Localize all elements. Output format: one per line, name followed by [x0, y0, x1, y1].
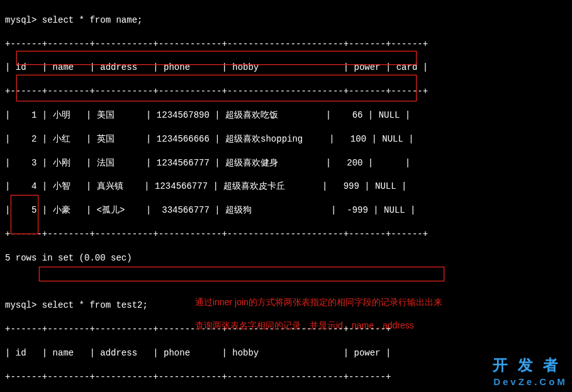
table1-row-2: | 2 | 小红 | 英国 | 1234566666 | 超级喜欢shoppin… [5, 133, 567, 145]
table2-header: | id | name | address | phone | hobby | … [5, 347, 567, 359]
annotation-line-1: 通过inner join的方式将两张表指定的相同字段的记录行输出出来 [195, 296, 442, 308]
watermark-cn: 开发者 [493, 355, 568, 375]
table1-sep-top: +------+--------+-----------+-----------… [5, 38, 567, 50]
annotation-line-2: 查询两张表名字相同的记录，并显示id，name，address [195, 320, 414, 332]
table1-row-5: | 5 | 小豪 | <孤儿> | 334566777 | 超级狗 | -999… [5, 204, 567, 216]
table1-row-4: | 4 | 小智 | 真兴镇 | 1234566777 | 超级喜欢皮卡丘 | … [5, 181, 567, 193]
table1-result-count: 5 rows in set (0.00 sec) [5, 252, 567, 264]
watermark: 开发者 DevZe.CoM [493, 355, 568, 388]
table1-sep-mid: +------+--------+-----------+-----------… [5, 86, 567, 98]
sql-query-1: mysql> select * from name; [5, 14, 567, 26]
terminal[interactable]: mysql> select * from name; +------+-----… [0, 0, 572, 392]
table1-row-3: | 3 | 小刚 | 法国 | 1234566777 | 超级喜欢健身 | 20… [5, 157, 567, 169]
table1-sep-bot: +------+--------+-----------+-----------… [5, 228, 567, 240]
watermark-en: DevZe.CoM [493, 376, 568, 388]
table1-row-1: | 1 | 小明 | 美国 | 1234567890 | 超级喜欢吃饭 | 66… [5, 109, 567, 121]
table2-sep-mid: +------+--------+-----------+-----------… [5, 371, 567, 383]
table1-header: | id | name | address | phone | hobby | … [5, 62, 567, 74]
